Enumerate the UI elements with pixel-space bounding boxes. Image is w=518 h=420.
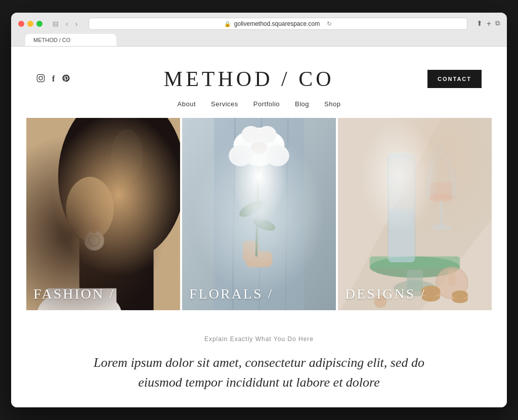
refresh-icon[interactable]: ↻	[327, 20, 332, 27]
svg-point-13	[111, 129, 143, 182]
browser-controls: ⊟ ‹ ›	[51, 19, 79, 29]
close-button[interactable]	[18, 21, 24, 27]
svg-point-10	[92, 229, 96, 233]
svg-point-1	[39, 76, 42, 79]
back-button[interactable]: ‹	[64, 19, 70, 29]
svg-rect-20	[246, 251, 272, 267]
explain-text: Explain Exactly What You Do Here	[36, 335, 482, 343]
hero-item-designs[interactable]: DESIGNS /	[338, 118, 492, 310]
share-icon[interactable]: ⬆	[477, 19, 483, 28]
svg-rect-40	[388, 156, 415, 262]
sidebar-toggle-button[interactable]: ⊟	[51, 19, 61, 29]
browser-window: ⊟ ‹ › 🔒 golivemethod.squarespace.com ↻ ⬆…	[11, 13, 507, 407]
site-title: METHOD / CO	[70, 67, 427, 91]
svg-point-36	[370, 257, 460, 278]
header-top: f METHOD / CO CONTACT	[36, 57, 482, 96]
pinterest-link[interactable]	[62, 74, 70, 85]
svg-rect-53	[452, 295, 467, 299]
svg-point-4	[58, 118, 180, 262]
nav-blog[interactable]: Blog	[295, 100, 309, 108]
active-tab[interactable]: METHOD / CO	[25, 34, 116, 46]
url-text: golivemethod.squarespace.com	[234, 20, 320, 27]
hero-item-fashion[interactable]: FASHION /	[26, 118, 180, 310]
forward-button[interactable]: ›	[73, 19, 80, 29]
tabs-overview-icon[interactable]: ⧉	[495, 19, 500, 28]
new-tab-icon[interactable]: +	[487, 19, 491, 28]
svg-point-32	[257, 126, 277, 143]
svg-point-9	[89, 235, 100, 246]
svg-point-26	[234, 132, 264, 158]
svg-point-28	[229, 145, 252, 166]
fashion-label: FASHION /	[26, 278, 122, 310]
traffic-lights	[18, 21, 42, 27]
hero-grid: FASHION /	[26, 118, 492, 310]
lock-icon: 🔒	[224, 21, 231, 27]
svg-point-24	[252, 216, 277, 233]
svg-point-31	[241, 126, 261, 143]
nav-portfolio[interactable]: Portfolio	[253, 100, 280, 108]
svg-point-27	[255, 132, 285, 158]
svg-point-52	[452, 295, 467, 303]
svg-rect-45	[440, 201, 443, 227]
browser-actions: ⬆ + ⧉	[477, 19, 500, 28]
svg-rect-44	[429, 182, 453, 199]
lorem-text: Lorem ipsum dolor sit amet, consectetur …	[82, 353, 436, 392]
svg-point-33	[251, 141, 267, 154]
svg-point-43	[429, 194, 453, 202]
site-header: f METHOD / CO CONTACT About Services Por…	[11, 47, 507, 118]
svg-line-19	[285, 118, 288, 310]
browser-tabs-bar: METHOD / CO	[18, 34, 500, 46]
svg-point-2	[42, 75, 43, 76]
svg-rect-37	[370, 257, 460, 268]
instagram-icon	[36, 74, 45, 82]
tab-title: METHOD / CO	[33, 37, 70, 43]
svg-point-6	[66, 177, 114, 241]
svg-point-54	[452, 290, 467, 299]
svg-point-8	[84, 231, 104, 250]
svg-point-29	[266, 145, 289, 166]
svg-point-47	[436, 267, 468, 299]
designs-label: DESIGNS /	[338, 278, 433, 310]
pinterest-icon	[62, 74, 70, 82]
browser-chrome: ⊟ ‹ › 🔒 golivemethod.squarespace.com ↻ ⬆…	[11, 13, 507, 47]
svg-rect-21	[243, 240, 259, 262]
svg-rect-0	[37, 74, 44, 81]
hero-item-florals[interactable]: FLORALS /	[182, 118, 336, 310]
svg-point-25	[240, 135, 277, 166]
svg-point-46	[430, 224, 452, 231]
browser-title-bar: ⊟ ‹ › 🔒 golivemethod.squarespace.com ↻ ⬆…	[18, 18, 500, 30]
address-bar[interactable]: 🔒 golivemethod.squarespace.com ↻	[89, 18, 467, 30]
nav-about[interactable]: About	[178, 100, 196, 108]
svg-line-22	[256, 140, 259, 257]
below-section: Explain Exactly What You Do Here Lorem i…	[11, 310, 507, 407]
social-icons: f	[36, 74, 70, 85]
site-nav: About Services Portfolio Blog Shop	[36, 96, 482, 118]
facebook-link[interactable]: f	[52, 74, 55, 83]
svg-point-23	[237, 197, 265, 220]
svg-point-7	[89, 217, 102, 232]
nav-services[interactable]: Services	[211, 100, 238, 108]
contact-button[interactable]: CONTACT	[427, 70, 482, 88]
florals-label: FLORALS /	[182, 278, 280, 310]
website-content: f METHOD / CO CONTACT About Services Por…	[11, 47, 507, 407]
svg-rect-42	[390, 209, 414, 262]
svg-rect-48	[448, 270, 456, 285]
svg-point-41	[388, 151, 415, 160]
maximize-button[interactable]	[36, 21, 42, 27]
nav-shop[interactable]: Shop	[324, 100, 340, 108]
svg-point-30	[248, 128, 270, 147]
minimize-button[interactable]	[27, 21, 33, 27]
instagram-link[interactable]	[36, 74, 45, 85]
